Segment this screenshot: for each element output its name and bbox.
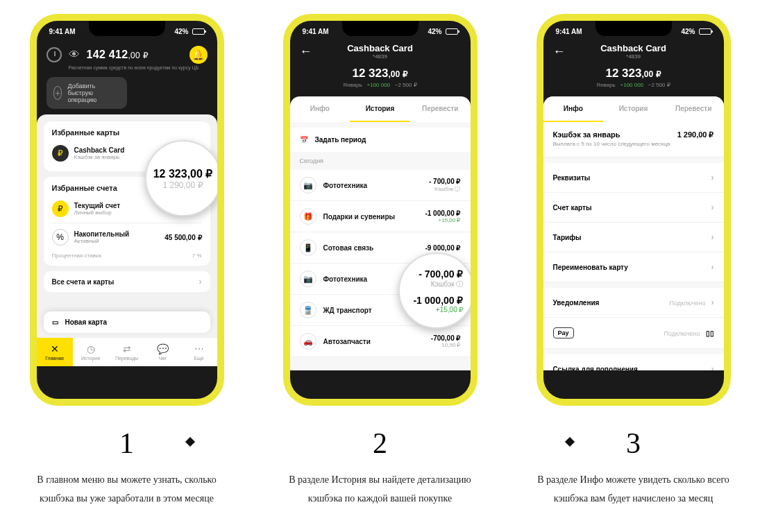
card-glyph-icon: ▯▯ (706, 329, 714, 337)
chevron-right-icon: › (711, 232, 714, 242)
transfers-icon: ⇄ (123, 343, 131, 354)
cashback-summary: Кэшбэк за январь 1 290,00 ₽ Выплата с 5 … (543, 122, 724, 157)
tab-home[interactable]: ✕Главная (37, 338, 73, 366)
category-icon: 🎁 (300, 208, 316, 225)
balance-delta: Январь +100 000 −2 500 ₽ (553, 82, 714, 88)
tariffs-button[interactable]: Тарифы› (543, 223, 724, 252)
chat-icon: 💬 (157, 343, 169, 354)
tab-history[interactable]: ◷История (73, 338, 109, 366)
chevron-right-icon: › (711, 298, 714, 307)
tab-transfers[interactable]: ⇄Переводы (109, 338, 145, 366)
tab-transfer[interactable]: Перевести (410, 96, 471, 122)
tx-name: Фототехника (323, 182, 423, 189)
transaction-row[interactable]: 🎁Подарки и сувениры-1 000,00 ₽+15,00 ₽ (290, 201, 471, 232)
status-time: 9:41 AM (303, 28, 329, 35)
topup-link-button[interactable]: Ссылка для пополнения› (543, 354, 724, 370)
new-card-button[interactable]: ▭ Новая карта (44, 311, 210, 333)
card-title: Cashback Card (573, 43, 695, 53)
card-id: *4839 (319, 53, 441, 60)
rate-value: 7 % (192, 252, 202, 259)
tx-amount: -9 000,00 ₽ (425, 244, 460, 252)
chevron-right-icon: › (199, 277, 202, 286)
category-icon: 🚆 (300, 302, 316, 318)
more-icon: ⋯ (194, 343, 204, 354)
tx-amount: - 700,00 ₽ (429, 178, 460, 185)
tx-name: Автозапчасти (323, 338, 424, 345)
card-balance: 12 323,00 ₽ (553, 67, 714, 80)
battery-icon (699, 28, 711, 35)
chevron-right-icon: › (711, 173, 714, 182)
apple-pay-icon: Pay (553, 327, 574, 338)
step-number-1: 1 (119, 427, 134, 460)
step-number-2: 2 (373, 427, 387, 460)
back-button[interactable]: ← (553, 44, 566, 59)
card-balance: 12 323,00 ₽ (300, 67, 461, 80)
tab-transfer[interactable]: Перевести (664, 96, 724, 122)
notifications-button[interactable]: Уведомления Подключено› (543, 288, 724, 318)
battery-icon (192, 28, 205, 35)
step-number-3: 3 (626, 427, 641, 460)
tab-chat[interactable]: 💬Чат (145, 338, 181, 366)
category-icon: 📷 (300, 177, 316, 194)
calendar-icon: 📅 (300, 136, 308, 144)
tab-info[interactable]: Инфо (290, 96, 351, 122)
tx-amount: -700,00 ₽ (431, 334, 461, 342)
status-time: 9:41 AM (49, 28, 76, 35)
fav-cards-title: Избранные карты (52, 128, 202, 137)
status-battery: 42% (681, 28, 695, 35)
add-quick-op-button[interactable]: + Добавить быструю операцию (47, 77, 127, 109)
tab-history[interactable]: История (603, 96, 664, 122)
chevron-right-icon: › (711, 203, 714, 212)
bell-icon[interactable]: 🔔 (189, 46, 208, 64)
percent-icon: % (52, 229, 69, 246)
step-text-2: В разделе История вы найдете детализацию… (276, 471, 484, 508)
battery-icon (446, 28, 458, 35)
tab-history[interactable]: История (350, 96, 410, 122)
history-icon: ◷ (87, 343, 95, 354)
phone-info: 9:41 AM 42% ← Cashback Card *4839 12 323… (537, 14, 731, 406)
apple-pay-button[interactable]: Pay Подключено▯▯ (543, 318, 724, 349)
ruble-icon: ₽ (52, 200, 69, 217)
tab-info[interactable]: Инфо (543, 96, 604, 122)
magnifier-balance: 12 323,00 ₽ 1 290,00 ₽ (145, 140, 217, 216)
rename-card-button[interactable]: Переименовать карту› (543, 252, 724, 282)
phone-home: 9:41 AM 42% 👁 142 412,00 ₽ 🔔 (30, 14, 224, 406)
phone-history: 9:41 AM 42% ← Cashback Card *4839 12 323… (283, 14, 478, 406)
tx-cashback: Кэшбэк ⓘ (429, 185, 460, 193)
plus-icon: + (53, 86, 62, 100)
step-text-1: В главном меню вы можете узнать, сколько… (23, 471, 231, 508)
status-battery: 42% (428, 28, 441, 35)
notch (89, 21, 165, 36)
savings-account-row[interactable]: % Накопительный Активный 45 500,00 ₽ (52, 223, 202, 248)
card-account-button[interactable]: Счет карты› (543, 193, 724, 223)
back-button[interactable]: ← (300, 44, 312, 59)
visibility-icon[interactable]: 👁 (69, 49, 80, 61)
category-icon: 📷 (300, 271, 316, 287)
notch (596, 21, 672, 36)
magnifier-cashback: - 700,00 ₽ Кэшбэк ⓘ -1 000,00 ₽ +15,00 ₽ (398, 252, 471, 329)
tx-name: Подарки и сувениры (323, 213, 419, 221)
see-all-button[interactable]: Все счета и карты › (44, 271, 210, 292)
category-icon: 📱 (300, 239, 316, 256)
transaction-row[interactable]: 📷Фототехника- 700,00 ₽Кэшбэк ⓘ (290, 170, 471, 201)
clock-icon[interactable] (47, 47, 62, 62)
card-icon: ₽ (52, 145, 69, 162)
bottom-tabbar: ✕Главная ◷История ⇄Переводы 💬Чат ⋯Еще (37, 337, 217, 366)
tx-amount: -1 000,00 ₽ (425, 209, 460, 217)
total-balance: 142 412,00 ₽ (87, 49, 149, 61)
group-label: Сегодня (290, 152, 471, 170)
set-period-button[interactable]: 📅 Задать период (290, 128, 471, 152)
chevron-right-icon: › (711, 364, 714, 370)
balance-delta: Январь +100 000 −2 500 ₽ (300, 82, 461, 88)
tab-more[interactable]: ⋯Еще (181, 338, 217, 366)
transaction-row[interactable]: 🚗Автозапчасти-700,00 ₽10,50 ₽ (290, 326, 471, 357)
category-icon: 🚗 (300, 333, 316, 350)
requisites-button[interactable]: Реквизиты› (543, 163, 724, 193)
cashback-amount: 1 290,00 ₽ (677, 130, 714, 139)
rate-label: Процентная ставка (52, 252, 102, 259)
tx-cashback: +15,00 ₽ (425, 217, 460, 223)
status-time: 9:41 AM (556, 28, 582, 35)
home-icon: ✕ (51, 343, 59, 354)
chevron-right-icon: › (711, 262, 714, 272)
total-subtitle: Расчетная сумма средств по всем продукта… (69, 65, 208, 70)
